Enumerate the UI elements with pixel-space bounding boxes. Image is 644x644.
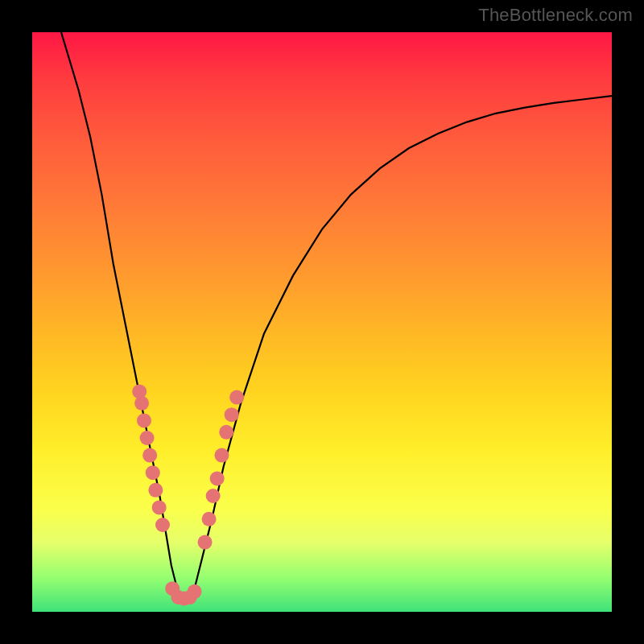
marker-dot	[134, 396, 149, 411]
chart-panel	[32, 32, 612, 612]
marker-dot	[137, 413, 151, 427]
marker-dot	[229, 390, 244, 405]
marker-dot	[152, 500, 167, 514]
watermark-text: TheBottleneck.com	[478, 5, 633, 26]
marker-dot	[210, 471, 225, 485]
bottleneck-curve	[61, 32, 612, 601]
marker-dot	[146, 465, 160, 480]
marker-dot	[140, 431, 155, 445]
marker-dot	[198, 535, 213, 550]
marker-dot	[183, 590, 197, 605]
marker-dot	[165, 581, 180, 596]
marker-dot	[155, 518, 170, 532]
chart-frame: TheBottleneck.com	[0, 0, 644, 644]
marker-dot	[202, 512, 217, 526]
marker-dot	[171, 590, 185, 605]
marker-dot	[132, 384, 147, 398]
marker-dot	[206, 489, 221, 503]
marker-dot	[142, 448, 157, 463]
marker-dot	[148, 483, 163, 497]
marker-dot	[225, 407, 239, 422]
marker-dot	[177, 591, 192, 605]
chart-svg	[32, 32, 612, 612]
marker-dot	[214, 448, 229, 463]
markers-group	[132, 384, 244, 605]
marker-dot	[188, 584, 202, 599]
marker-dot	[219, 425, 233, 440]
